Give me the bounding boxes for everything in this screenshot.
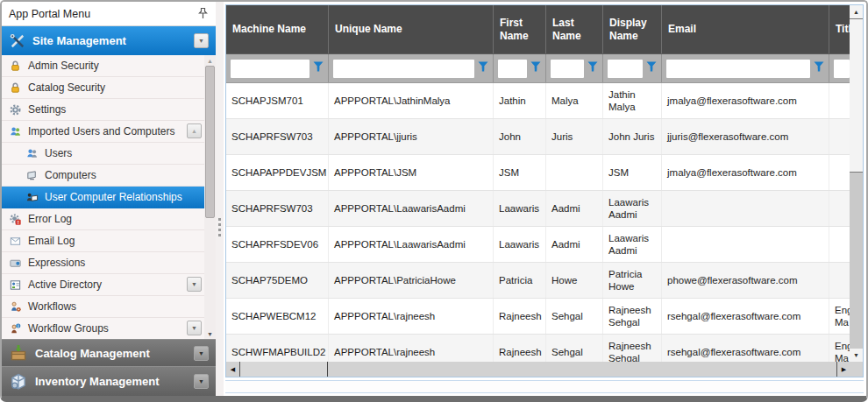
column-header-last-name[interactable]: Last Name xyxy=(546,5,603,53)
item-label: Email Log xyxy=(28,235,75,247)
imported-users-computers-icon xyxy=(9,125,22,138)
active-directory-expand-button[interactable]: ▼ xyxy=(187,277,202,292)
table-row[interactable]: SCHAPRFSDEV06 APPPORTAL\LaawarisAadmi La… xyxy=(226,227,863,263)
grid-body: SCHAPJSM701 APPPORTAL\JathinMalya Jathin… xyxy=(226,83,863,370)
grid-cell xyxy=(662,191,829,226)
column-header-first-name[interactable]: First Name xyxy=(494,5,546,53)
filter-cell xyxy=(829,54,850,82)
sidebar-item-user-computer-relationships[interactable]: User Computer Relationships xyxy=(2,187,216,208)
item-label: Imported Users and Computers xyxy=(28,125,174,138)
table-row[interactable]: SCHAPRFSW703 APPPORTAL\LaawarisAadmi Laa… xyxy=(226,191,863,227)
filter-cell xyxy=(494,54,546,82)
splitter-grip-icon xyxy=(218,218,221,239)
sidebar-menu: Admin Security Catalog Security Settings… xyxy=(2,55,216,340)
sidebar-item-admin-security[interactable]: Admin Security xyxy=(2,55,216,77)
sidebar-item-workflow-groups[interactable]: i Workflow Groups ▼ xyxy=(2,318,216,340)
table-row[interactable]: SCHAPRFSW703 APPPORTAL\jjuris John Juris… xyxy=(226,119,863,155)
column-header-title[interactable]: Title xyxy=(829,5,850,53)
scroll-down-icon[interactable]: ▼ xyxy=(850,349,863,362)
sidebar-section-site-management[interactable]: Site Management ▼ xyxy=(2,26,216,55)
scroll-right-icon[interactable]: ▶ xyxy=(836,362,850,377)
sidebar-section-catalog-management[interactable]: Catalog Management ▼ xyxy=(2,339,216,366)
grid-header-row: Machine Name Unique Name First Name Last… xyxy=(226,5,863,54)
lock-icon xyxy=(9,60,22,73)
machine-name-filter-input[interactable] xyxy=(231,60,309,78)
sidebar-item-workflows[interactable]: Workflows xyxy=(2,296,216,318)
grid-cell: Eng Ma xyxy=(829,299,850,334)
section-label: Catalog Management xyxy=(35,347,187,360)
inventory-management-expand-button[interactable]: ▼ xyxy=(194,374,209,389)
user-computer-icon xyxy=(25,191,39,204)
grid-cell: Patricia xyxy=(494,263,546,298)
sidebar-section-inventory-management[interactable]: Inventory Management ▼ xyxy=(2,366,216,396)
grid-horizontal-scrollbar[interactable]: ◀ ▶ xyxy=(226,362,863,377)
first-name-filter-input[interactable] xyxy=(498,60,527,78)
sidebar-header: App Portal Menu xyxy=(2,2,216,26)
column-header-unique-name[interactable]: Unique Name xyxy=(329,5,494,53)
grid-cell: Laawaris xyxy=(494,191,546,226)
svg-text:!: ! xyxy=(18,218,19,224)
sidebar-item-active-directory[interactable]: Active Directory ▼ xyxy=(2,274,216,296)
sidebar-item-settings[interactable]: Settings xyxy=(2,99,216,121)
vertical-scrollbar-thumb[interactable] xyxy=(850,18,863,173)
sidebar-scrollbar[interactable]: ▲ ▼ xyxy=(204,55,216,340)
grid-cell: phowe@flexerasoftware.com xyxy=(662,263,829,298)
sidebar-item-catalog-security[interactable]: Catalog Security xyxy=(2,77,216,99)
filter-funnel-icon[interactable] xyxy=(646,60,657,76)
sidebar-item-users[interactable]: Users xyxy=(2,143,216,165)
lock-icon xyxy=(9,81,22,95)
sidebar-scrollbar-thumb[interactable] xyxy=(205,66,215,218)
grid-cell: SCHAPRFSW703 xyxy=(226,191,329,226)
filter-funnel-icon[interactable] xyxy=(478,60,488,76)
sidebar-item-error-log[interactable]: ! Error Log xyxy=(2,208,216,230)
grid-cell: Jathin Malya xyxy=(603,83,662,118)
table-row[interactable]: SCHAPJSM701 APPPORTAL\JathinMalya Jathin… xyxy=(226,83,863,119)
imported-users-collapse-button[interactable]: ▲ xyxy=(187,123,202,138)
filter-funnel-icon[interactable] xyxy=(313,60,324,76)
table-row[interactable]: SCHAP75DEMO APPPORTAL\PatriciaHowe Patri… xyxy=(226,263,863,299)
site-management-collapse-button[interactable]: ▼ xyxy=(194,33,209,48)
grid-cell: SCHAPRFSW703 xyxy=(226,119,329,154)
section-label: Site Management xyxy=(32,34,188,47)
grid-pager-strip xyxy=(225,380,864,393)
last-name-filter-input[interactable] xyxy=(551,60,584,78)
scroll-left-icon[interactable]: ◀ xyxy=(226,362,240,377)
grid-cell: SCHAPAPPDEVJSM xyxy=(226,155,329,190)
grid-filter-row xyxy=(226,54,863,83)
grid-cell xyxy=(546,155,603,190)
pin-icon[interactable] xyxy=(197,7,209,20)
workflow-groups-expand-button[interactable]: ▼ xyxy=(187,321,202,335)
filter-funnel-icon[interactable] xyxy=(814,60,824,76)
catalog-management-expand-button[interactable]: ▼ xyxy=(194,346,209,361)
grid-cell: SCHAPJSM701 xyxy=(226,83,329,118)
sidebar: App Portal Menu Site Management ▼ Admin … xyxy=(2,2,216,396)
grid-cell: jmalya@flexerasoftware.com xyxy=(662,155,829,190)
filter-funnel-icon[interactable] xyxy=(530,60,541,76)
grid-cell: APPPORTAL\LaawarisAadmi xyxy=(329,227,494,262)
sidebar-item-email-log[interactable]: Email Log xyxy=(2,230,216,252)
display-name-filter-input[interactable] xyxy=(608,60,643,78)
grid-cell: SCHAP75DEMO xyxy=(226,263,329,298)
app-window: App Portal Menu Site Management ▼ Admin … xyxy=(0,0,868,402)
unique-name-filter-input[interactable] xyxy=(333,60,474,78)
workflows-icon xyxy=(9,300,22,314)
column-header-email[interactable]: Email xyxy=(662,5,829,53)
sidebar-item-computers[interactable]: Computers xyxy=(2,165,216,187)
email-filter-input[interactable] xyxy=(666,60,810,78)
item-label: Computers xyxy=(45,169,96,181)
sidebar-item-imported-users-and-computers[interactable]: Imported Users and Computers ▲ xyxy=(2,121,216,143)
grid-vertical-scrollbar[interactable]: ▲ ▼ xyxy=(850,5,863,362)
email-log-icon xyxy=(9,235,22,248)
workflow-groups-icon: i xyxy=(9,322,22,335)
column-header-machine-name[interactable]: Machine Name xyxy=(226,5,329,53)
filter-funnel-icon[interactable] xyxy=(587,60,598,76)
sidebar-item-expressions[interactable]: Expressions xyxy=(2,252,216,274)
pane-splitter[interactable] xyxy=(216,2,224,396)
title-filter-input[interactable] xyxy=(834,60,850,78)
scroll-up-icon[interactable]: ▲ xyxy=(850,5,863,18)
grid-cell: APPPORTAL\rajneesh xyxy=(329,299,494,334)
horizontal-scrollbar-thumb[interactable] xyxy=(240,362,328,377)
table-row[interactable]: SCHAPWEBCM12 APPPORTAL\rajneesh Rajneesh… xyxy=(226,299,863,335)
table-row[interactable]: SCHAPAPPDEVJSM APPPORTAL\JSM JSM JSM jma… xyxy=(226,155,863,191)
column-header-display-name[interactable]: Display Name xyxy=(603,5,662,53)
